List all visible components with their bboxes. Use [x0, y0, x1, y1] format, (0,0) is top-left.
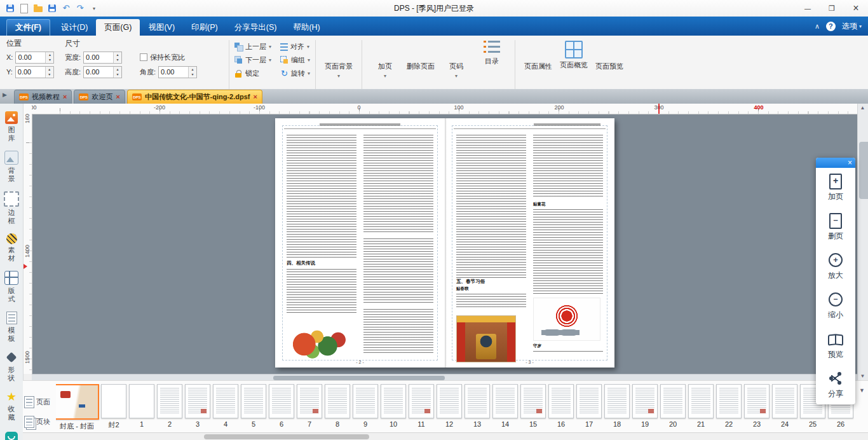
ribbon-big-button[interactable]: 页面预览 — [592, 38, 627, 73]
page-thumbnail[interactable]: 19 — [633, 384, 657, 428]
scrollbar-thumb[interactable] — [204, 434, 369, 439]
ribbon-big-button[interactable]: 目录 — [474, 38, 510, 68]
page-spread[interactable]: 四、相关传说 - 2 - — [275, 118, 614, 368]
angle-input[interactable]: 0.00 ▴▾ — [158, 66, 197, 78]
window-control-button[interactable] — [844, 1, 868, 17]
quick-access-icon[interactable] — [5, 3, 15, 13]
options-button[interactable]: 选项▾ — [842, 21, 862, 32]
page-thumbnail[interactable]: 3 — [186, 384, 210, 428]
sidebar-tool[interactable]: 图库 — [1, 109, 22, 146]
quick-access-icon[interactable]: ▾ — [89, 3, 99, 13]
document-tab[interactable]: DPS 中国传统文化-中国节-qing-2.dpsf × — [127, 90, 262, 104]
ribbon-big-button[interactable]: 页面属性 — [520, 38, 556, 73]
ribbon-tab[interactable]: 视图(V) — [140, 19, 183, 36]
ribbon-tab[interactable]: 印刷(P) — [183, 19, 226, 36]
window-control-button[interactable] — [796, 1, 820, 17]
ribbon-tab[interactable]: 页面(G) — [96, 19, 140, 36]
arrange-button[interactable]: 锁定 — [234, 69, 271, 78]
panel-tool-button[interactable]: 缩小 — [816, 286, 855, 326]
right-page[interactable]: 五、春节习俗 贴春联 贴窗花 守岁 - 3 - — [445, 118, 614, 368]
spin-down-icon[interactable]: ▾ — [189, 72, 196, 77]
page-thumbnail[interactable]: 9 — [353, 384, 377, 428]
paper-cut-image[interactable] — [533, 298, 600, 341]
document-tab[interactable]: DPS 视频教程 × — [14, 90, 72, 104]
page-thumbnail[interactable]: 20 — [661, 384, 685, 428]
height-input[interactable]: 0.00 ▴▾ — [83, 66, 122, 78]
width-input[interactable]: 0.00 ▴▾ — [83, 52, 122, 64]
sidebar-tool[interactable]: 素材 — [1, 231, 22, 266]
ribbon-big-button[interactable]: 页面背景▾ — [321, 38, 356, 79]
arrange-button[interactable]: 编组▾ — [280, 55, 310, 65]
page-thumbnail[interactable]: 22 — [717, 384, 741, 428]
ribbon-big-button[interactable]: 删除页面 — [403, 38, 438, 73]
close-icon[interactable]: × — [848, 159, 852, 167]
page-thumbnail[interactable]: 5 — [241, 384, 266, 428]
spin-up-icon[interactable]: ▴ — [114, 67, 121, 72]
scroll-up-icon[interactable]: ▲ — [858, 104, 867, 113]
collapse-ribbon-icon[interactable]: ∧ — [815, 22, 820, 31]
left-page[interactable]: 四、相关传说 - 2 - — [275, 118, 445, 368]
sidebar-tool[interactable]: 边框 — [1, 189, 22, 229]
spin-up-icon[interactable]: ▴ — [189, 67, 196, 72]
page-thumbnail[interactable]: 16 — [549, 384, 573, 428]
page-thumbnail[interactable]: 封2 — [102, 384, 126, 430]
spin-down-icon[interactable]: ▾ — [46, 57, 53, 62]
page-thumbnail[interactable]: 21 — [689, 384, 713, 428]
nian-beast-illustration[interactable] — [288, 317, 346, 361]
spin-up-icon[interactable]: ▴ — [46, 67, 53, 72]
page-thumbnail[interactable]: 7 — [297, 384, 322, 428]
sidebar-tool[interactable]: 版式 — [1, 268, 22, 307]
sidebar-tool[interactable]: 背景 — [1, 148, 22, 187]
page-thumbnail[interactable]: 11 — [409, 384, 433, 428]
customer-service-button[interactable]: 客服 — [1, 429, 22, 440]
vertical-ruler[interactable]: 140015001600 — [23, 114, 32, 374]
sidebar-tool[interactable]: 模板 — [1, 309, 22, 347]
page-thumbnail[interactable]: 1 — [130, 384, 154, 428]
ribbon-big-button[interactable]: 加页▾ — [367, 38, 403, 79]
quick-access-icon[interactable] — [47, 3, 57, 13]
page-thumbnail[interactable]: 12 — [437, 384, 461, 428]
page-thumbnail[interactable]: 2 — [158, 384, 182, 428]
door-gods-image[interactable] — [456, 315, 516, 362]
page-thumbnail[interactable]: 18 — [605, 384, 629, 428]
ribbon-tab[interactable]: 文件(F) — [6, 19, 50, 36]
arrange-button[interactable]: 上一层▾ — [234, 42, 271, 52]
close-tab-icon[interactable]: × — [63, 93, 67, 100]
document-tab[interactable]: DPS 欢迎页 × — [74, 90, 125, 104]
spin-up-icon[interactable]: ▴ — [46, 52, 53, 57]
quick-access-icon[interactable]: ↷ — [75, 3, 85, 13]
ribbon-big-button[interactable]: 页码▾ — [438, 38, 474, 79]
scrollbar-thumb[interactable] — [859, 142, 868, 199]
ribbon-big-button[interactable]: 页面概览 — [556, 38, 592, 72]
ribbon-tab[interactable]: 帮助(H) — [285, 19, 328, 36]
expand-panel-icon[interactable]: ▶ — [3, 92, 7, 98]
page-thumbnail[interactable]: 24 — [773, 384, 797, 428]
horizontal-ruler[interactable]: -200-1000100200300400500 — [32, 104, 858, 114]
page-thumbnail[interactable]: 14 — [493, 384, 517, 428]
page-thumbnail[interactable]: 23 — [745, 384, 769, 428]
quick-access-icon[interactable] — [33, 3, 43, 13]
x-input[interactable]: 0.00 ▴▾ — [15, 52, 54, 64]
window-control-button[interactable] — [820, 1, 844, 17]
help-icon[interactable]: ? — [826, 22, 836, 31]
spin-up-icon[interactable]: ▴ — [114, 52, 121, 57]
page-thumbnail[interactable]: 10 — [381, 384, 405, 428]
document-canvas[interactable]: 四、相关传说 - 2 - — [32, 114, 858, 374]
page-thumbnail[interactable]: 15 — [521, 384, 545, 428]
canvas-vertical-scrollbar[interactable]: ▲ ▼ — [857, 104, 868, 381]
strip-mode-button[interactable]: 页块 — [24, 416, 50, 428]
page-thumbnail[interactable]: 6 — [269, 384, 294, 428]
sidebar-tool[interactable]: 形状 — [1, 348, 22, 386]
page-thumbnail[interactable]: 4 — [214, 384, 238, 428]
quick-access-icon[interactable]: ↶ — [61, 3, 71, 13]
arrange-button[interactable]: ↻ 旋转▾ — [280, 69, 310, 78]
panel-tool-button[interactable]: 预览 — [816, 326, 855, 365]
keep-ratio-checkbox[interactable] — [140, 53, 147, 61]
close-tab-icon[interactable]: × — [116, 93, 119, 100]
thumbnail-scroll-icon[interactable]: ▼ — [859, 387, 865, 394]
page-thumbnail[interactable]: 8 — [325, 384, 349, 428]
ribbon-tab[interactable]: 分享导出(S) — [226, 19, 285, 36]
panel-tool-button[interactable]: 删页 — [816, 207, 855, 247]
close-tab-icon[interactable]: × — [253, 93, 257, 100]
spin-down-icon[interactable]: ▾ — [114, 57, 121, 62]
